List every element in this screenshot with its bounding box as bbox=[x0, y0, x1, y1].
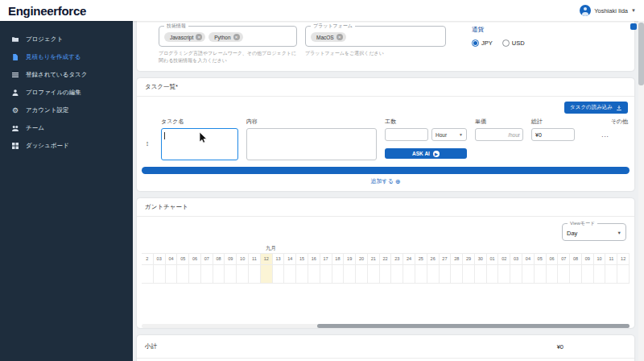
sidebar-item-label: 登録されているタスク bbox=[26, 71, 87, 79]
gantt-track-cell-28 bbox=[475, 265, 487, 283]
currency-option-usd[interactable]: USD bbox=[502, 39, 525, 47]
currency-radio-group: JPY USD bbox=[472, 39, 525, 47]
user-avatar-icon bbox=[580, 5, 591, 16]
gantt-track-cell-25 bbox=[440, 265, 452, 283]
column-other: その他 bbox=[583, 114, 628, 128]
effort-input[interactable] bbox=[385, 128, 428, 141]
tech-helper-text: プログラミング言語やフレームワーク、その他プロジェクトに関わる技術情報を入力くだ… bbox=[159, 50, 297, 64]
folder-icon bbox=[11, 35, 19, 44]
effort-unit-select[interactable]: Hour▼ bbox=[431, 128, 467, 141]
dashboard-icon bbox=[11, 142, 19, 150]
gantt-day-39: 11 bbox=[605, 254, 617, 264]
gantt-track-cell-14 bbox=[308, 265, 320, 283]
unit-select-value: Hour bbox=[436, 132, 447, 138]
sidebar-item-account-settings[interactable]: ⚙ アカウント設定 bbox=[0, 102, 133, 119]
add-task-link[interactable]: 追加する ⊕ bbox=[137, 174, 634, 191]
gantt-track-cell-29 bbox=[487, 265, 499, 283]
gantt-track-cell-11 bbox=[273, 265, 285, 283]
gantt-track-cell-1 bbox=[154, 265, 166, 283]
sidebar-item-team[interactable]: チーム bbox=[0, 119, 133, 137]
column-unit-price: 単価 bbox=[475, 114, 523, 128]
gantt-track-cell-13 bbox=[296, 265, 308, 283]
task-description-textarea[interactable] bbox=[246, 128, 377, 160]
gantt-day-21: 23 bbox=[391, 254, 403, 264]
subtotal-row: 小計 ¥0 bbox=[137, 335, 634, 359]
gantt-day-12: 14 bbox=[284, 254, 296, 264]
gantt-day-0: 2 bbox=[142, 254, 154, 264]
text-caret bbox=[164, 132, 165, 139]
gantt-day-36: 08 bbox=[570, 254, 582, 264]
gantt-track-cell-39 bbox=[605, 265, 617, 283]
sidebar-item-create-estimate[interactable]: 見積もりを作成する bbox=[0, 48, 133, 66]
gantt-day-7: 09 bbox=[225, 254, 237, 264]
user-name: Yoshiaki Iida bbox=[594, 7, 628, 15]
floating-action-button[interactable] bbox=[630, 23, 637, 30]
gantt-day-17: 19 bbox=[344, 254, 356, 264]
user-menu[interactable]: Yoshiaki Iida ▼ bbox=[580, 5, 636, 16]
currency-label: 通貨 bbox=[472, 26, 525, 34]
platform-helper-text: プラットフォームをご選択ください bbox=[305, 50, 446, 57]
sidebar-item-registered-tasks[interactable]: 登録されているタスク bbox=[0, 66, 133, 84]
view-mode-legend: Viewモード bbox=[568, 221, 597, 226]
remove-chip-icon[interactable]: × bbox=[233, 34, 240, 40]
main-content: 技術情報 Javascript× Python× プログラミング言語やフレームワ… bbox=[133, 21, 638, 361]
gantt-track-cell-7 bbox=[225, 265, 237, 283]
platform-field[interactable]: プラットフォーム MacOS× bbox=[305, 26, 446, 47]
app-logo[interactable]: Engineerforce bbox=[8, 5, 86, 17]
task-load-row: タスクの読み込み bbox=[137, 97, 634, 114]
drag-handle-icon[interactable]: ↕ bbox=[142, 139, 153, 147]
gantt-day-4: 06 bbox=[189, 254, 201, 264]
column-task-name: タスク名 bbox=[161, 114, 238, 128]
remove-chip-icon[interactable]: × bbox=[336, 34, 343, 40]
gantt-track-cell-20 bbox=[380, 265, 392, 283]
column-description: 内容 bbox=[246, 114, 377, 128]
view-mode-select[interactable]: Viewモード Day ▼ bbox=[562, 223, 626, 241]
ask-ai-button[interactable]: ASK AI▶ bbox=[385, 148, 467, 159]
gantt-day-23: 25 bbox=[415, 254, 427, 264]
vertical-scrollbar-thumb[interactable] bbox=[638, 23, 644, 85]
gantt-day-26: 28 bbox=[451, 254, 463, 264]
gantt-day-5: 07 bbox=[201, 254, 213, 264]
unit-price-input[interactable]: /hour bbox=[475, 128, 523, 141]
currency-option-jpy[interactable]: JPY bbox=[472, 39, 493, 47]
logo-bold: Engineer bbox=[8, 4, 58, 18]
more-options-button[interactable]: ... bbox=[583, 131, 628, 139]
remove-chip-icon[interactable]: × bbox=[196, 34, 202, 40]
gantt-track-cell-16 bbox=[332, 265, 345, 283]
gantt-day-11: 13 bbox=[273, 254, 285, 264]
gantt-track-cell-3 bbox=[177, 265, 189, 283]
column-effort: 工数 bbox=[385, 114, 467, 128]
task-name-textarea[interactable] bbox=[161, 128, 238, 160]
gantt-day-37: 09 bbox=[582, 254, 594, 264]
gantt-day-1: 03 bbox=[154, 254, 166, 264]
sidebar-item-dashboard[interactable]: ダッシュボード bbox=[0, 137, 133, 155]
tech-field-legend: 技術情報 bbox=[164, 23, 188, 28]
ask-ai-label: ASK AI bbox=[412, 151, 430, 156]
gantt-track-cell-31 bbox=[510, 265, 522, 283]
sidebar-item-projects[interactable]: プロジェクト bbox=[0, 31, 133, 48]
gantt-track-cell-17 bbox=[344, 265, 356, 283]
gantt-day-16: 18 bbox=[332, 254, 345, 264]
chevron-down-icon: ▼ bbox=[631, 8, 636, 13]
gantt-day-20: 22 bbox=[380, 254, 392, 264]
task-column-headers: タスク名 内容 工数 単価 総計 その他 bbox=[137, 114, 634, 128]
gantt-track-cell-27 bbox=[463, 265, 475, 283]
chevron-down-icon: ▼ bbox=[459, 132, 463, 137]
gantt-track-cell-33 bbox=[535, 265, 547, 283]
gantt-day-27: 29 bbox=[463, 254, 475, 264]
gantt-day-32: 04 bbox=[522, 254, 535, 264]
load-tasks-button[interactable]: タスクの読み込み bbox=[564, 102, 628, 114]
gantt-track-cell-15 bbox=[320, 265, 332, 283]
gantt-day-3: 05 bbox=[177, 254, 189, 264]
sidebar-item-edit-profile[interactable]: プロファイルの編集 bbox=[0, 84, 133, 102]
gantt-scrollbar-thumb[interactable] bbox=[317, 324, 630, 328]
gantt-day-14: 16 bbox=[308, 254, 320, 264]
load-tasks-label: タスクの読み込み bbox=[570, 104, 613, 111]
gantt-day-35: 07 bbox=[558, 254, 570, 264]
gantt-card: ガントチャート Viewモード Day ▼ 九月 203040506070809… bbox=[137, 198, 634, 328]
gantt-day-30: 02 bbox=[498, 254, 510, 264]
add-task-bar-button[interactable] bbox=[142, 167, 630, 174]
subtotal-card: 小計 ¥0 bbox=[137, 335, 634, 361]
tech-field[interactable]: 技術情報 Javascript× Python× bbox=[159, 26, 297, 47]
gantt-track-cell-0 bbox=[142, 265, 154, 283]
